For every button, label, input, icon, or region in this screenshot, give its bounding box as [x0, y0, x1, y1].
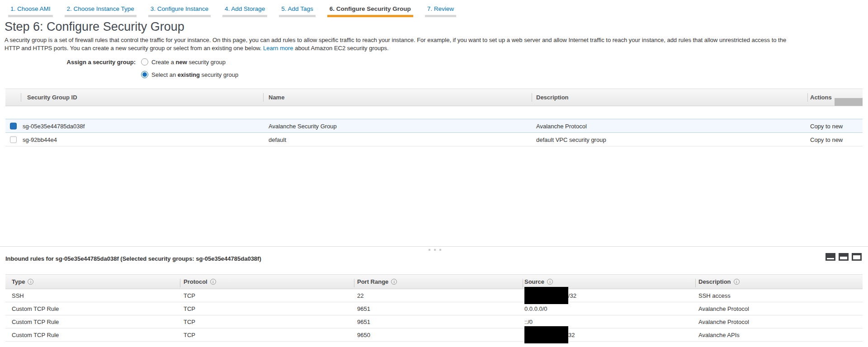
sg-name-cell: Avalanche Security Group [269, 122, 337, 129]
rule-protocol-cell: TCP [184, 292, 195, 299]
row-checkbox-unchecked[interactable] [10, 136, 17, 143]
column-divider [354, 279, 354, 287]
info-icon[interactable]: i [391, 279, 397, 285]
rule-port-cell: 9651 [357, 319, 370, 325]
tab-choose-instance-type[interactable]: 2. Choose Instance Type [65, 5, 137, 17]
rule-description-cell: Avalanche Protocol [698, 319, 749, 325]
security-group-row[interactable]: sg-92bb44e4 default default VPC security… [5, 133, 863, 146]
column-divider [807, 93, 808, 102]
rule-protocol-cell: TCP [184, 305, 195, 312]
column-divider [263, 93, 264, 102]
security-group-row[interactable]: sg-05e35e44785da038f Avalanche Security … [5, 119, 863, 133]
inbound-rule-row: Custom TCP Rule TCP 9651 ::/0 Avalanche … [5, 315, 863, 328]
radio-select-existing-group[interactable] [141, 71, 148, 78]
row-checkbox-checked[interactable] [10, 122, 17, 129]
info-icon[interactable]: i [734, 279, 740, 285]
info-icon[interactable]: i [210, 279, 216, 285]
rule-description-cell: Avalanche APIs [698, 332, 740, 338]
description-line-2-tail: about Amazon EC2 security groups. [293, 45, 389, 52]
column-divider [523, 279, 523, 287]
rule-source-cell: /32 [524, 289, 576, 302]
info-icon[interactable]: i [28, 279, 33, 285]
pane-layout-small-icon[interactable] [826, 253, 835, 261]
page-title: Step 6: Configure Security Group [5, 20, 184, 34]
tab-review[interactable]: 7. Review [425, 5, 456, 17]
description-line-2: HTTP and HTTPS ports. You can create a n… [5, 44, 863, 52]
column-header-type: Typei [12, 278, 33, 285]
tab-add-tags[interactable]: 5. Add Tags [279, 5, 315, 17]
rule-port-cell: 9650 [357, 332, 370, 338]
inbound-rule-row: Custom TCP Rule TCP 9651 0.0.0.0/0 Avala… [5, 302, 863, 315]
column-header-actions: Actions [810, 94, 832, 101]
rule-source-cell: 32 [524, 328, 575, 341]
sg-description-cell: default VPC security group [536, 136, 606, 143]
column-divider [21, 93, 21, 102]
rule-type-cell: Custom TCP Rule [12, 305, 59, 312]
inbound-rules-table-header: Typei Protocoli Port Rangei Sourcei Desc… [5, 274, 863, 289]
radio-create-new-group-label[interactable]: Create a new security group [151, 59, 226, 66]
rule-protocol-cell: TCP [184, 319, 195, 325]
splitter-drag-handle[interactable] [429, 249, 441, 251]
inbound-rule-row: SSH TCP 22 /32 SSH access [5, 289, 863, 302]
tab-configure-security-group[interactable]: 6. Configure Security Group [327, 5, 413, 17]
description-line-1: A security group is a set of firewall ru… [5, 36, 863, 44]
redacted-source-box [524, 287, 568, 304]
pane-splitter-line [0, 246, 868, 247]
sg-name-cell: default [269, 136, 286, 143]
rule-port-cell: 22 [357, 292, 363, 299]
rule-port-cell: 9651 [357, 305, 370, 312]
rule-description-cell: Avalanche Protocol [698, 305, 749, 312]
column-header-description[interactable]: Description [536, 94, 569, 101]
column-header-security-group-id[interactable]: Security Group ID [27, 94, 77, 101]
redacted-source-box [524, 326, 568, 343]
rule-source-cell: 0.0.0.0/0 [524, 302, 547, 315]
column-divider [695, 279, 696, 287]
table-scrollbar[interactable] [835, 98, 863, 106]
inbound-rule-row: Custom TCP Rule TCP 9650 32 Avalanche AP… [5, 328, 863, 342]
security-groups-table: Security Group ID Name Description Actio… [5, 89, 863, 146]
ec2-launch-wizard-screen: 1. Choose AMI 2. Choose Instance Type 3.… [0, 0, 868, 347]
column-header-name[interactable]: Name [269, 94, 284, 101]
pane-layout-large-icon[interactable] [852, 253, 862, 261]
sg-description-cell: Avalanche Protocol [536, 122, 587, 129]
rule-type-cell: Custom TCP Rule [12, 319, 59, 325]
pane-layout-medium-icon[interactable] [839, 253, 849, 261]
copy-to-new-link[interactable]: Copy to new [810, 136, 843, 143]
column-header-protocol: Protocoli [184, 278, 216, 285]
column-header-port-range: Port Rangei [357, 278, 397, 285]
inbound-rules-heading: Inbound rules for sg-05e35e44785da038f (… [5, 255, 261, 262]
rule-protocol-cell: TCP [184, 332, 195, 338]
security-groups-table-header: Security Group ID Name Description Actio… [5, 89, 863, 106]
radio-select-existing-group-label[interactable]: Select an existing security group [151, 71, 238, 78]
sg-id-cell: sg-05e35e44785da038f [23, 122, 85, 129]
tab-add-storage[interactable]: 4. Add Storage [222, 5, 267, 17]
rule-type-cell: Custom TCP Rule [12, 332, 59, 338]
sg-id-cell: sg-92bb44e4 [23, 136, 57, 143]
column-header-description: Descriptioni [698, 278, 740, 285]
assign-security-group-label: Assign a security group: [0, 59, 136, 66]
description-line-2-text: HTTP and HTTPS ports. You can create a n… [5, 45, 263, 52]
column-divider [180, 279, 180, 287]
assign-security-group-section: Assign a security group: Create a new se… [0, 58, 238, 83]
radio-create-new-group[interactable] [141, 58, 148, 66]
column-divider [532, 93, 532, 102]
inbound-rules-table: Typei Protocoli Port Rangei Sourcei Desc… [5, 274, 863, 342]
learn-more-link[interactable]: Learn more [263, 45, 293, 52]
tab-configure-instance[interactable]: 3. Configure Instance [148, 5, 211, 17]
rule-description-cell: SSH access [698, 292, 731, 299]
wizard-step-tabs: 1. Choose AMI 2. Choose Instance Type 3.… [8, 5, 456, 17]
page-description: A security group is a set of firewall ru… [5, 36, 863, 52]
copy-to-new-link[interactable]: Copy to new [810, 122, 843, 129]
pane-layout-toggle-group [826, 253, 862, 261]
column-header-source: Sourcei [524, 278, 553, 285]
tab-choose-ami[interactable]: 1. Choose AMI [8, 5, 53, 17]
rule-type-cell: SSH [12, 292, 24, 299]
info-icon[interactable]: i [547, 279, 553, 285]
